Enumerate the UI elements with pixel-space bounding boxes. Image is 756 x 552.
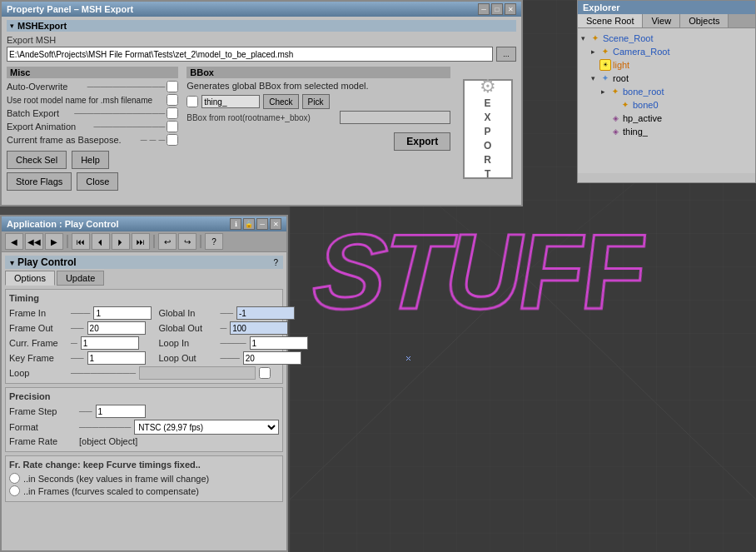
minimize-btn[interactable]: ─: [478, 3, 490, 15]
explorer-title-text: Explorer: [583, 2, 620, 12]
play-fwd-btn[interactable]: ▶: [45, 233, 63, 250]
bbox-from-label: BBox from root(rootname+_bbox): [187, 113, 336, 122]
bbox-from-input[interactable]: [340, 111, 450, 124]
section-arrow: ▾: [10, 22, 14, 30]
tab-update[interactable]: Update: [57, 271, 104, 286]
play-help-btn[interactable]: ?: [273, 258, 278, 267]
play-info-btn[interactable]: ℹ: [230, 218, 241, 230]
bone-icon: ✦: [589, 32, 601, 44]
loop-start-btn[interactable]: ↩: [158, 233, 177, 250]
store-flags-button[interactable]: Store Flags: [7, 172, 72, 191]
bbox-from-row: BBox from root(rootname+_bbox): [187, 111, 450, 124]
loop-out-input[interactable]: [243, 351, 301, 365]
tree-label: light: [613, 60, 629, 70]
tree-item-scene-root[interactable]: ▾ ✦ Scene_Root: [578, 32, 755, 45]
format-select[interactable]: NTSC (29,97 fps) PAL (25 fps) Film (24 f…: [134, 420, 279, 435]
field-batch-export: Batch Export ──────────────: [7, 107, 178, 119]
precision-box: Precision Frame Step ── Format ──────── …: [5, 387, 283, 452]
frame-in-input[interactable]: [93, 306, 152, 320]
prev-frame-btn[interactable]: ◀: [5, 233, 23, 250]
export-logo: ⚙ EXPORT: [463, 79, 513, 179]
expand-icon: ▾: [581, 34, 589, 42]
bbox-input-row: Check Pick: [187, 94, 450, 109]
play-titlebar: Application : Play Control ℹ 🔒 ─ ✕: [2, 216, 286, 231]
auto-overwrite-checkbox[interactable]: [167, 81, 178, 92]
play-lock-btn[interactable]: 🔒: [243, 218, 255, 230]
frame-step-input[interactable]: [96, 405, 146, 418]
help-button[interactable]: Help: [72, 151, 109, 169]
play-back-btn[interactable]: ◀◀: [25, 233, 43, 250]
loop-in-input[interactable]: [250, 336, 308, 350]
bone-icon: ✦: [599, 46, 611, 57]
fr-rate-box: Fr. Rate change: keep Fcurve timings fix…: [5, 455, 283, 502]
batch-export-checkbox[interactable]: [167, 107, 178, 119]
step-back-btn[interactable]: ⏴: [92, 233, 110, 250]
radio-frames[interactable]: [9, 485, 20, 496]
tree-item-bone0[interactable]: ✦ bone0: [578, 98, 755, 112]
expand-icon: ▾: [591, 74, 599, 82]
loop-out-label: Loop Out: [158, 353, 216, 363]
tree-item-hp-active[interactable]: ◈ hp_active: [578, 112, 755, 125]
browse-button[interactable]: ...: [496, 47, 516, 62]
loop-checkbox[interactable]: [259, 367, 271, 379]
rewind-btn[interactable]: ⏮: [72, 233, 90, 250]
play-title-text: Application : Play Control: [7, 219, 118, 229]
play-control-panel: Application : Play Control ℹ 🔒 ─ ✕ ◀ ◀◀ …: [0, 215, 288, 552]
global-in-input[interactable]: [236, 306, 295, 320]
loop-input[interactable]: [139, 366, 256, 380]
light-icon: ☀: [599, 59, 611, 71]
loop-in-row: Loop In ────: [158, 336, 307, 350]
maximize-btn[interactable]: □: [491, 3, 503, 15]
panel-body: ▾ MSHExport Export MSH ... Misc Auto-Ove…: [2, 17, 521, 194]
export-button[interactable]: Export: [394, 132, 450, 151]
pick-button[interactable]: Pick: [302, 94, 330, 109]
close-button[interactable]: Close: [77, 172, 118, 191]
filepath-input[interactable]: [7, 47, 493, 62]
tree-item-light[interactable]: ☀ light: [578, 58, 755, 72]
tab-objects[interactable]: Objects: [680, 14, 729, 27]
tree-item-root[interactable]: ▾ ✦ root: [578, 72, 755, 85]
play-minimize-btn[interactable]: ─: [256, 218, 268, 230]
field-root-model-name: Use root model name for .msh filename: [7, 94, 178, 106]
check-sel-button[interactable]: Check Sel: [7, 151, 67, 169]
loop-in-label: Loop In: [158, 338, 216, 348]
export-logo-icon: ⚙: [480, 76, 496, 97]
tree-item-camera-root[interactable]: ▸ ✦ Camera_Root: [578, 45, 755, 58]
step-fwd-btn[interactable]: ⏵: [112, 233, 130, 250]
tab-options[interactable]: Options: [5, 271, 55, 286]
tree-item-thing[interactable]: ◈ thing_: [578, 125, 755, 138]
close-btn[interactable]: ✕: [505, 3, 516, 15]
root-model-name-checkbox[interactable]: [167, 94, 178, 106]
radio-seconds[interactable]: [9, 473, 20, 484]
loop-end-btn[interactable]: ↪: [178, 233, 196, 250]
key-frame-input[interactable]: [87, 351, 146, 365]
check-button[interactable]: Check: [263, 94, 298, 109]
explorer-title: Explorer: [578, 1, 755, 14]
tree-label: Camera_Root: [613, 47, 669, 57]
tree-item-bone-root[interactable]: ▸ ✦ bone_root: [578, 85, 755, 98]
ff-btn[interactable]: ⏭: [132, 233, 150, 250]
tree-label: root: [613, 73, 629, 83]
bone-icon: ✦: [609, 86, 621, 97]
loop-label: Loop: [9, 368, 67, 378]
frame-out-input[interactable]: [87, 321, 146, 335]
bbox-checkbox[interactable]: [187, 96, 198, 107]
radio-seconds-row: ..in Seconds (key values in frame will c…: [9, 473, 279, 484]
fr-rate-header: Fr. Rate change: keep Fcurve timings fix…: [9, 460, 279, 470]
thing-input[interactable]: [201, 95, 260, 108]
tab-scene-root[interactable]: Scene Root: [578, 14, 643, 27]
frame-in-label: Frame In: [9, 308, 67, 318]
global-out-input[interactable]: [230, 321, 288, 335]
field-current-frame: Current frame as Basepose. ─ ─ ─: [7, 134, 178, 146]
curr-frame-input[interactable]: [81, 336, 139, 350]
play-close-btn[interactable]: ✕: [270, 218, 281, 230]
frame-out-row: Frame Out ──: [9, 321, 152, 335]
mesh-icon: ◈: [609, 112, 621, 124]
global-in-label: Global In: [158, 308, 216, 318]
help-toolbar-btn[interactable]: ?: [205, 233, 223, 250]
current-frame-checkbox[interactable]: [167, 134, 178, 146]
field-label: Auto-Overwrite: [7, 82, 86, 92]
tab-view[interactable]: View: [643, 14, 680, 27]
export-animation-checkbox[interactable]: [167, 121, 178, 132]
panel-controls: ─ □ ✕: [478, 3, 516, 15]
